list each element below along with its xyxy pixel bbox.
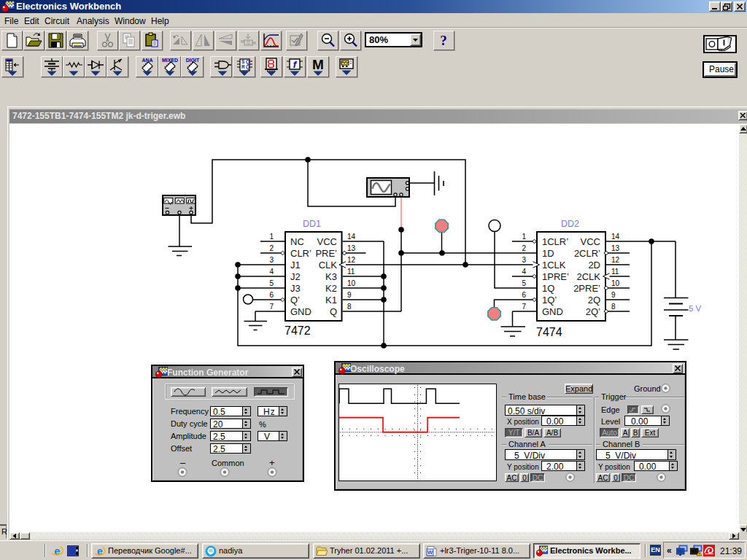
svg-text:9: 9	[347, 291, 352, 299]
svg-text:K1: K1	[325, 295, 337, 306]
svg-text:DD1: DD1	[303, 219, 321, 229]
svg-text:13: 13	[347, 244, 356, 252]
svg-text:J3: J3	[290, 283, 301, 294]
svg-text:GND: GND	[542, 306, 563, 317]
svg-text:5: 5	[269, 279, 274, 287]
svg-text:13: 13	[611, 244, 620, 252]
svg-text:8: 8	[347, 303, 352, 311]
svg-text:2D: 2D	[588, 260, 600, 271]
svg-text:Q’: Q’	[290, 295, 300, 306]
svg-text:DD2: DD2	[561, 219, 579, 229]
svg-text:3: 3	[269, 256, 274, 264]
svg-text:6: 6	[522, 291, 526, 299]
svg-text:10: 10	[347, 279, 356, 287]
svg-text:6: 6	[269, 291, 274, 299]
svg-text:2: 2	[522, 244, 526, 252]
svg-text:11: 11	[611, 268, 619, 276]
svg-text:2Q’: 2Q’	[586, 306, 600, 317]
svg-text:1D: 1D	[542, 248, 554, 259]
svg-text:4: 4	[269, 268, 274, 276]
svg-text:7474: 7474	[536, 326, 562, 338]
svg-text:5 V: 5 V	[689, 304, 702, 313]
svg-text:8: 8	[611, 303, 616, 311]
svg-text:CLR’: CLR’	[290, 248, 311, 259]
svg-text:11: 11	[347, 268, 355, 276]
svg-text:J1: J1	[290, 260, 301, 271]
svg-text:CLK: CLK	[319, 260, 338, 271]
svg-text:9: 9	[611, 291, 616, 299]
svg-text:7472: 7472	[285, 324, 311, 337]
svg-text:VCC: VCC	[317, 236, 337, 247]
svg-text:7: 7	[269, 303, 274, 311]
svg-text:4: 4	[522, 268, 526, 276]
svg-text:14: 14	[611, 233, 620, 241]
svg-text:12: 12	[347, 256, 356, 264]
svg-text:7: 7	[522, 303, 526, 311]
svg-text:2CLR’: 2CLR’	[574, 248, 600, 259]
svg-text:NC: NC	[290, 236, 304, 247]
svg-text:VCC: VCC	[581, 236, 600, 247]
svg-text:J2: J2	[290, 271, 301, 282]
svg-text:1Q: 1Q	[542, 283, 554, 294]
svg-text:2CLK: 2CLK	[576, 271, 600, 282]
svg-text:1CLR’: 1CLR’	[542, 236, 568, 247]
svg-text:12: 12	[611, 256, 620, 264]
svg-text:K2: K2	[325, 283, 337, 294]
svg-text:Q: Q	[330, 306, 337, 317]
svg-text:5: 5	[522, 279, 526, 287]
svg-text:1CLK: 1CLK	[542, 260, 566, 271]
svg-text:14: 14	[347, 233, 356, 241]
svg-text:GND: GND	[290, 306, 311, 317]
svg-text:10: 10	[611, 279, 620, 287]
svg-text:PRE’: PRE’	[315, 248, 337, 259]
svg-text:2: 2	[269, 244, 274, 252]
svg-text:1: 1	[269, 233, 274, 241]
svg-text:3: 3	[522, 256, 526, 264]
svg-text:2Q: 2Q	[588, 295, 600, 306]
svg-text:W: W	[427, 549, 433, 556]
svg-text:1PRE’: 1PRE’	[542, 271, 569, 282]
svg-text:K3: K3	[325, 271, 337, 282]
svg-text:2PRE’: 2PRE’	[573, 283, 600, 294]
svg-text:1: 1	[522, 233, 526, 241]
svg-text:1Q’: 1Q’	[542, 295, 557, 306]
